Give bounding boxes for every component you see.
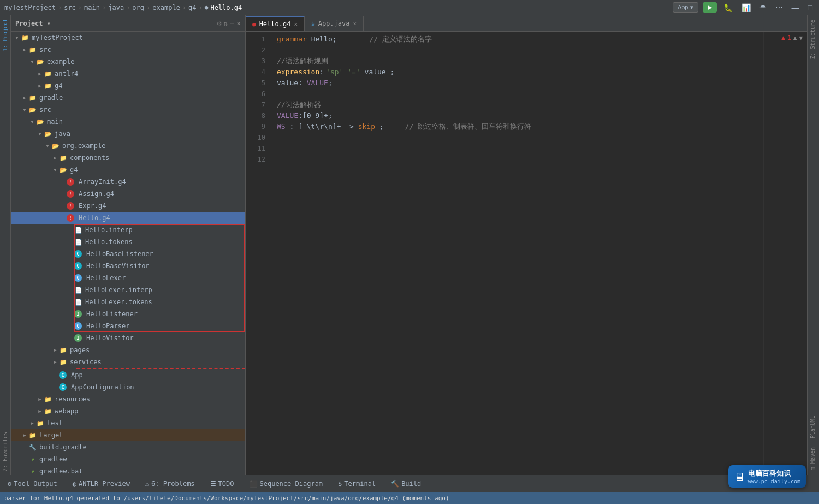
tree-item-gradlew[interactable]: ⚡ gradlew <box>11 453 245 465</box>
rule-expression: expression <box>277 67 319 78</box>
tree-item-appconfig[interactable]: C AppConfiguration <box>11 381 245 393</box>
arrow-src <box>21 106 28 114</box>
breadcrumb-project[interactable]: myTestProject <box>4 4 56 11</box>
arrow-up[interactable]: ▲ <box>793 34 797 41</box>
tree-item-gradlew-bat[interactable]: ⚡ gradlew.bat <box>11 465 245 475</box>
label-main: main <box>47 118 63 126</box>
panel-header-icons: ⚙ ⇅ − × <box>217 19 241 27</box>
tab-close-hello-g4[interactable]: × <box>294 21 298 28</box>
collapse-icon[interactable]: − <box>230 19 234 27</box>
tree-item-arrayinit[interactable]: ! ArrayInit.g4 <box>11 176 245 188</box>
tree-item-services[interactable]: 📁 services <box>11 356 245 368</box>
tree-item-expr[interactable]: ! Expr.g4 <box>11 200 245 212</box>
tree-item-hellovisitor[interactable]: I HelloVisitor <box>11 332 245 344</box>
tree-item-hellolexer-tokens[interactable]: 📄 HelloLexer.tokens <box>11 296 245 308</box>
vtab-plantuml[interactable]: PlanUML <box>808 411 819 443</box>
breadcrumb-main[interactable]: main <box>84 4 100 11</box>
tree-item-hello-tokens[interactable]: 📄 Hello.tokens <box>11 236 245 248</box>
btab-todo[interactable]: ☰ TODO <box>207 479 238 489</box>
tree-item-components[interactable]: 📁 components <box>11 152 245 164</box>
arrow-empty <box>59 190 67 198</box>
tree-item-java[interactable]: 📂 java <box>11 128 245 140</box>
editor-right: ▲ 1 ▲ ▼ <box>763 32 807 475</box>
tree-item-root[interactable]: 📁 myTestProject <box>11 32 245 44</box>
tree-item-hello-interp[interactable]: 📄 Hello.interp <box>11 224 245 236</box>
vtab-structure[interactable]: Z: Structure <box>808 15 819 63</box>
code-area[interactable]: grammar Hello;// 定义语法的名字 //语法解析规则 expres… <box>270 32 763 475</box>
debug-button[interactable]: 🐛 <box>721 2 735 13</box>
tree-item-main[interactable]: 📂 main <box>11 116 245 128</box>
btab-tool-output[interactable]: ⚙ Tool Output <box>4 479 61 489</box>
code-line-1: grammar Hello;// 定义语法的名字 <box>277 34 763 45</box>
vtab-maven[interactable]: m Maven <box>808 443 819 475</box>
close-icon[interactable]: × <box>236 19 241 27</box>
code-line-5: value: VALUE; <box>277 78 763 88</box>
java-c-icon: C <box>74 322 82 330</box>
arrow-down[interactable]: ▼ <box>799 34 803 41</box>
tree-item-hellobaselistener[interactable]: C HelloBaseListener <box>11 248 245 260</box>
tab-hello-g4[interactable]: ● Hello.g4 × <box>246 16 305 31</box>
arrow-resources <box>36 395 44 403</box>
btab-build[interactable]: 🔨 Build <box>388 479 424 489</box>
bat-icon: ⚡ <box>28 467 37 475</box>
tree-item-src[interactable]: 📂 src <box>11 104 245 116</box>
profile-button[interactable]: 📊 <box>739 2 753 13</box>
window-min[interactable]: — <box>790 2 802 13</box>
tree-item-g4parent[interactable]: 📁 g4 <box>11 80 245 92</box>
arrow-empty <box>67 250 74 258</box>
vtab-favorites[interactable]: 2: Favorites <box>1 429 10 475</box>
tree-item-hello-g4[interactable]: ! Hello.g4 <box>11 212 245 224</box>
tab-app-java[interactable]: ☕ App.java × <box>305 16 364 31</box>
btab-terminal[interactable]: $ Terminal <box>335 479 379 489</box>
java-cyan-icon: C <box>59 371 67 379</box>
breadcrumb-example[interactable]: example <box>152 4 180 11</box>
more-button[interactable]: ⋯ <box>773 2 785 13</box>
breadcrumb-org[interactable]: org <box>132 4 144 11</box>
tree-item-gradle[interactable]: 📁 gradle <box>11 92 245 104</box>
tree-item-pages[interactable]: 📁 pages <box>11 344 245 356</box>
tab-close-app-java[interactable]: × <box>353 20 357 27</box>
arrow-empty <box>67 274 74 282</box>
btab-sequence[interactable]: ⬛ Sequence Diagram <box>246 479 327 489</box>
tree-item-resources[interactable]: 📁 resources <box>11 393 245 405</box>
editor-area: ● Hello.g4 × ☕ App.java × 1 2 3 4 5 6 7 … <box>246 15 807 475</box>
btab-problems[interactable]: ⚠ 6: Problems <box>142 479 198 489</box>
tree-item-build-gradle[interactable]: 🔧 build.gradle <box>11 441 245 453</box>
btab-antlr-preview[interactable]: ◐ ANTLR Preview <box>69 479 133 489</box>
coverage-button[interactable]: ☂ <box>757 2 769 13</box>
tree-item-test[interactable]: 📁 test <box>11 417 245 429</box>
window-max[interactable]: □ <box>806 2 815 13</box>
tree-item-assign[interactable]: ! Assign.g4 <box>11 188 245 200</box>
tree-item-example[interactable]: 📂 example <box>11 56 245 68</box>
app-dropdown[interactable]: App ▾ <box>673 2 698 13</box>
tree-item-app[interactable]: C App <box>11 369 245 381</box>
arrow-antlr4 <box>36 70 44 78</box>
arrow-pages <box>51 346 59 354</box>
breadcrumb-file[interactable]: Hello.g4 <box>210 4 242 11</box>
val-ref: value <box>365 67 386 78</box>
vtab-project[interactable]: 1: Project <box>1 15 10 55</box>
tree-item-antlr4[interactable]: 📁 antlr4 <box>11 68 245 80</box>
tree-item-helloparser[interactable]: C HelloParser <box>11 320 245 332</box>
tree-item-target[interactable]: 📁 target <box>11 429 245 441</box>
tree-item-hellobasevisitor[interactable]: C HelloBaseVisitor <box>11 260 245 272</box>
settings-icon[interactable]: ⚙ <box>217 19 222 27</box>
breadcrumb-g4[interactable]: g4 <box>188 4 196 11</box>
code-line-2 <box>277 45 763 56</box>
breadcrumb-src[interactable]: src <box>64 4 76 11</box>
breadcrumb-java[interactable]: java <box>108 4 124 11</box>
ln-3: 3 <box>246 56 265 67</box>
sort-icon[interactable]: ⇅ <box>224 19 228 27</box>
tree-item-hellolexer-interp[interactable]: 📄 HelloLexer.interp <box>11 284 245 296</box>
antlr-label: ANTLR Preview <box>79 480 130 488</box>
tree-item-g4[interactable]: 📂 g4 <box>11 164 245 176</box>
tree-item-src-grp[interactable]: 📁 src <box>11 44 245 56</box>
top-bar: myTestProject › src › main › java › org … <box>0 0 819 15</box>
tree-item-hellolistener[interactable]: I HelloListener <box>11 308 245 320</box>
run-button[interactable]: ▶ <box>703 2 717 13</box>
tree-item-webapp[interactable]: 📁 webapp <box>11 405 245 417</box>
tree-item-hellolexer[interactable]: C HelloLexer <box>11 272 245 284</box>
tree-item-org-example[interactable]: 📂 org.example <box>11 140 245 152</box>
folder-icon: 📁 <box>59 346 68 354</box>
java-c-icon: C <box>74 274 82 282</box>
